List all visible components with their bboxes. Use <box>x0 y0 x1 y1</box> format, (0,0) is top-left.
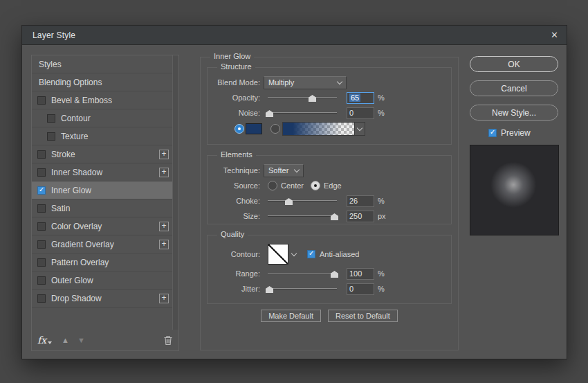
gradient-radio[interactable] <box>270 124 280 134</box>
sidebar-item-inner-shadow[interactable]: Inner Shadow <box>32 163 172 181</box>
delete-effect-trash-icon[interactable] <box>163 335 173 346</box>
new-style-button[interactable]: New Style... <box>470 105 558 121</box>
sidebar-item-texture[interactable]: Texture <box>32 127 172 145</box>
sidebar-item-contour[interactable]: Contour <box>32 109 172 127</box>
noise-row: Noise: 0 % <box>208 105 451 121</box>
sidebar-item-blending-options[interactable]: Blending Options <box>32 73 172 91</box>
item-checkbox[interactable] <box>47 114 55 123</box>
blend-mode-row: Blend Mode: Multiply <box>208 75 451 90</box>
sidebar-item-inner-glow[interactable]: Inner Glow <box>32 181 172 199</box>
sidebar-item-styles[interactable]: Styles <box>32 55 172 73</box>
add-effect-plus-button[interactable] <box>159 222 169 231</box>
item-checkbox[interactable] <box>37 294 46 303</box>
slider-thumb[interactable] <box>285 198 293 205</box>
preview-checkbox[interactable] <box>488 129 497 137</box>
item-checkbox[interactable] <box>37 150 46 159</box>
size-slider[interactable] <box>268 211 337 222</box>
reset-to-default-button[interactable]: Reset to Default <box>328 310 398 322</box>
add-effect-plus-button[interactable] <box>159 294 169 303</box>
add-effect-plus-button[interactable] <box>159 240 169 249</box>
opacity-input[interactable]: 65 <box>347 92 374 104</box>
size-input[interactable]: 250 <box>347 211 374 222</box>
item-checkbox[interactable] <box>37 186 46 195</box>
gradient-picker[interactable] <box>282 122 365 136</box>
choke-input[interactable]: 26 <box>347 195 374 207</box>
opacity-slider[interactable] <box>268 92 337 103</box>
sidebar-scrollbar[interactable] <box>173 55 178 330</box>
opacity-row: Opacity: 65 % <box>208 90 451 105</box>
noise-input[interactable]: 0 <box>347 107 374 119</box>
sidebar-item-pattern-overlay[interactable]: Pattern Overlay <box>32 253 172 271</box>
anti-aliased-label[interactable]: Anti-aliased <box>320 250 359 258</box>
technique-select[interactable]: Softer <box>264 164 304 177</box>
technique-label: Technique: <box>208 166 260 175</box>
source-edge-radio[interactable] <box>311 181 320 190</box>
add-effect-plus-button[interactable] <box>159 150 169 159</box>
slider-thumb[interactable] <box>266 110 273 117</box>
slider-track <box>268 273 337 274</box>
chevron-down-icon[interactable] <box>291 250 297 256</box>
ok-button[interactable]: OK <box>470 56 558 72</box>
blend-mode-select[interactable]: Multiply <box>264 76 347 89</box>
sidebar-item-label: Drop Shadow <box>51 294 102 303</box>
anti-aliased-checkbox[interactable] <box>307 250 315 258</box>
gradient-dropdown-arrow[interactable] <box>354 123 365 135</box>
item-checkbox[interactable] <box>37 204 46 213</box>
item-checkbox[interactable] <box>37 168 46 177</box>
sidebar-item-label: Styles <box>39 60 62 69</box>
choke-label: Choke: <box>208 197 260 205</box>
slider-thumb[interactable] <box>309 95 316 102</box>
choke-slider[interactable] <box>268 195 337 206</box>
styles-sidebar: Styles Blending Options Bevel & Emboss C… <box>31 55 179 351</box>
item-checkbox[interactable] <box>37 222 46 231</box>
sidebar-item-color-overlay[interactable]: Color Overlay <box>32 217 172 235</box>
noise-slider[interactable] <box>268 107 337 118</box>
sidebar-item-outer-glow[interactable]: Outer Glow <box>32 271 172 290</box>
source-edge-label[interactable]: Edge <box>324 181 342 190</box>
jitter-label: Jitter: <box>208 285 260 293</box>
item-checkbox[interactable] <box>37 96 46 105</box>
contour-picker[interactable] <box>268 244 288 265</box>
choke-row: Choke: 26 % <box>208 193 451 208</box>
sidebar-item-label: Inner Glow <box>51 186 91 195</box>
noise-unit: % <box>378 109 385 117</box>
cancel-button[interactable]: Cancel <box>470 80 558 96</box>
slider-thumb[interactable] <box>331 213 338 220</box>
jitter-input[interactable]: 0 <box>347 283 374 295</box>
quality-group: Quality Contour: Anti-aliased Range: 100… <box>207 235 452 304</box>
sidebar-item-satin[interactable]: Satin <box>32 199 172 217</box>
sidebar-item-drop-shadow[interactable]: Drop Shadow <box>32 290 172 308</box>
item-checkbox[interactable] <box>37 240 46 249</box>
range-slider[interactable] <box>268 268 337 279</box>
preview-label[interactable]: Preview <box>501 128 531 138</box>
slider-thumb[interactable] <box>266 286 273 293</box>
sidebar-item-label: Texture <box>61 132 88 141</box>
sidebar-item-bevel-emboss[interactable]: Bevel & Emboss <box>32 91 172 109</box>
jitter-slider[interactable] <box>268 283 337 294</box>
structure-group-title: Structure <box>217 62 255 71</box>
default-buttons-row: Make Default Reset to Default <box>201 310 458 322</box>
sidebar-item-stroke[interactable]: Stroke <box>32 145 172 163</box>
item-checkbox[interactable] <box>47 132 55 141</box>
range-input[interactable]: 100 <box>347 268 374 280</box>
size-row: Size: 250 px <box>208 208 451 224</box>
make-default-button[interactable]: Make Default <box>261 310 321 322</box>
dialog-titlebar[interactable]: Layer Style <box>22 26 567 45</box>
move-effect-up-icon[interactable]: ▲ <box>62 336 69 344</box>
source-center-radio[interactable] <box>268 181 277 190</box>
add-effect-plus-button[interactable] <box>159 168 169 177</box>
sidebar-item-label: Contour <box>61 114 91 123</box>
opacity-value: 65 <box>349 93 360 102</box>
item-checkbox[interactable] <box>37 258 46 267</box>
sidebar-item-gradient-overlay[interactable]: Gradient Overlay <box>32 235 172 253</box>
solid-color-radio[interactable] <box>235 124 244 134</box>
glow-color-swatch[interactable] <box>246 123 262 134</box>
item-checkbox[interactable] <box>37 276 46 285</box>
slider-thumb[interactable] <box>331 271 338 278</box>
source-center-label[interactable]: Center <box>281 181 304 190</box>
move-effect-down-icon[interactable]: ▼ <box>77 336 85 344</box>
sidebar-item-label: Bevel & Emboss <box>51 96 112 105</box>
fx-icon[interactable]: fx <box>37 335 46 346</box>
slider-track <box>268 97 337 98</box>
close-icon[interactable] <box>544 30 558 40</box>
